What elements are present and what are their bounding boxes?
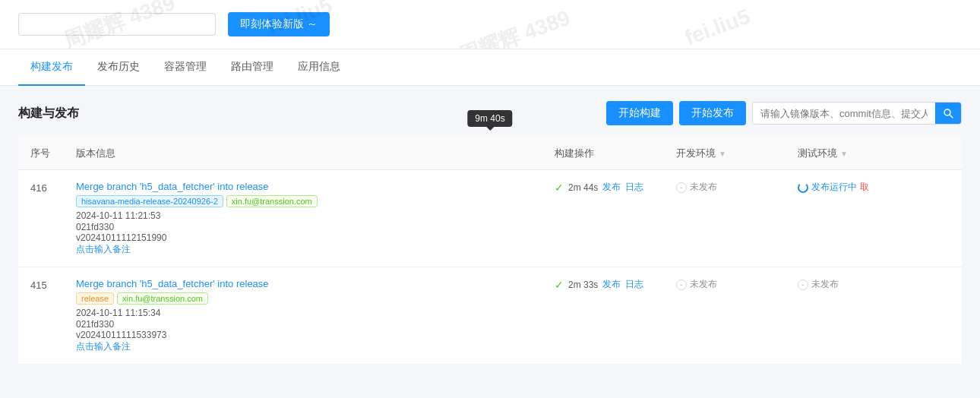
badge-email-416: xin.fu@transsion.com — [226, 195, 318, 207]
success-icon-415: ✓ — [555, 279, 564, 291]
badges-415: release xin.fu@transsion.com — [76, 292, 555, 305]
badge-release-416: hisavana-media-release-20240926-2 — [76, 195, 223, 207]
version-416: v20241011112151990 — [76, 232, 555, 243]
log-link-415[interactable]: 日志 — [625, 278, 643, 291]
publish-link-416[interactable]: 发布 — [602, 181, 621, 194]
search-icon — [943, 108, 953, 118]
note-link-415[interactable]: 点击输入备注 — [76, 341, 131, 352]
badges-416: hisavana-media-release-20240926-2 xin.fu… — [76, 195, 555, 207]
commit-415: 021fd330 — [76, 319, 114, 330]
build-time-416: 2m 44s — [568, 182, 598, 193]
test-spinner-416 — [798, 182, 808, 193]
dev-circle-icon-415: - — [676, 280, 687, 290]
badge-email-415: xin.fu@transsion.com — [117, 292, 208, 305]
col-header-dev: 开发环境 ▼ — [676, 147, 798, 160]
build-table: 序号 版本信息 构建操作 开发环境 ▼ 测试环境 ▼ 9m 40s 416 — [18, 137, 962, 364]
cancel-link-416[interactable]: 取 — [860, 181, 869, 194]
success-icon-416: ✓ — [555, 182, 564, 194]
dev-env-416: - 未发布 — [676, 181, 798, 194]
commit-416: 021fd330 — [76, 222, 114, 232]
row-num-415: 415 — [30, 278, 76, 291]
dev-env-415: - 未发布 — [676, 278, 798, 291]
table-row: 415 Merge branch 'h5_data_fetcher' into … — [18, 267, 962, 364]
dev-sort-icon: ▼ — [719, 150, 726, 158]
tab-build[interactable]: 构建发布 — [18, 49, 85, 86]
test-env-415: - 未发布 — [798, 278, 950, 291]
branch-link-415[interactable]: Merge branch 'h5_data_fetcher' into rele… — [76, 278, 555, 289]
version-info-415: Merge branch 'h5_data_fetcher' into rele… — [76, 278, 555, 353]
new-version-button[interactable]: 即刻体验新版 ～ — [228, 12, 330, 36]
version-415: v20241011111533973 — [76, 330, 555, 340]
publish-link-415[interactable]: 发布 — [602, 278, 621, 291]
test-sort-icon: ▼ — [840, 150, 848, 158]
section-title: 构建与发布 — [18, 106, 79, 122]
col-header-num: 序号 — [30, 147, 76, 160]
log-link-416[interactable]: 日志 — [625, 181, 643, 194]
app-search-input[interactable]: hisavana-media(媒体变现服务) — [18, 13, 216, 36]
tooltip-9m40s: 9m 40s — [467, 110, 512, 127]
dev-circle-icon-416: - — [676, 182, 687, 193]
header-actions: 开始构建 开始发布 — [606, 101, 962, 125]
nav-tabs: 构建发布 发布历史 容器管理 路由管理 应用信息 — [0, 49, 980, 86]
tab-container[interactable]: 容器管理 — [152, 49, 219, 86]
version-info-416: Merge branch 'h5_data_fetcher' into rele… — [76, 181, 555, 256]
test-status-416: 发布运行中 — [811, 181, 857, 194]
svg-line-1 — [950, 115, 953, 118]
build-ops-415: ✓ 2m 33s 发布 日志 — [555, 278, 676, 291]
col-header-test: 测试环境 ▼ 9m 40s — [798, 147, 950, 160]
build-time-415: 2m 33s — [568, 280, 598, 290]
dev-status-415: 未发布 — [690, 278, 717, 291]
test-circle-icon-415: - — [798, 280, 808, 290]
col-header-build: 构建操作 — [555, 147, 676, 160]
badge-release-415: release — [76, 292, 114, 305]
row-num-416: 416 — [30, 181, 76, 194]
col-header-version: 版本信息 — [76, 147, 555, 160]
watermark4: fei.liu5 — [681, 5, 753, 49]
filter-search-input[interactable] — [753, 103, 935, 124]
top-bar: 周耀辉 4389 周耀辉 4389 fei.liu5 fei.liu5 hisa… — [0, 0, 980, 49]
test-env-416: 发布运行中 取 — [798, 181, 950, 194]
date-415: 2024-10-11 11:15:34 — [76, 308, 555, 318]
branch-link-416[interactable]: Merge branch 'h5_data_fetcher' into rele… — [76, 181, 555, 192]
start-publish-button[interactable]: 开始发布 — [679, 101, 746, 125]
watermark2: 周耀辉 4389 — [454, 4, 574, 49]
tab-history[interactable]: 发布历史 — [85, 49, 152, 86]
main-content: 构建与发布 开始构建 开始发布 序号 版本信息 — [0, 86, 980, 379]
tab-appinfo[interactable]: 应用信息 — [286, 49, 352, 86]
filter-search-button[interactable] — [935, 103, 961, 124]
date-416: 2024-10-11 11:21:53 — [76, 210, 555, 221]
test-status-415: 未发布 — [811, 278, 839, 291]
tab-route[interactable]: 路由管理 — [219, 49, 286, 86]
start-build-button[interactable]: 开始构建 — [606, 101, 673, 125]
table-row: 416 Merge branch 'h5_data_fetcher' into … — [18, 170, 962, 267]
table-header: 序号 版本信息 构建操作 开发环境 ▼ 测试环境 ▼ 9m 40s — [18, 137, 962, 170]
note-link-416[interactable]: 点击输入备注 — [76, 244, 131, 254]
filter-search-box — [752, 102, 962, 125]
build-ops-416: ✓ 2m 44s 发布 日志 — [555, 181, 676, 194]
dev-status-416: 未发布 — [690, 181, 717, 194]
